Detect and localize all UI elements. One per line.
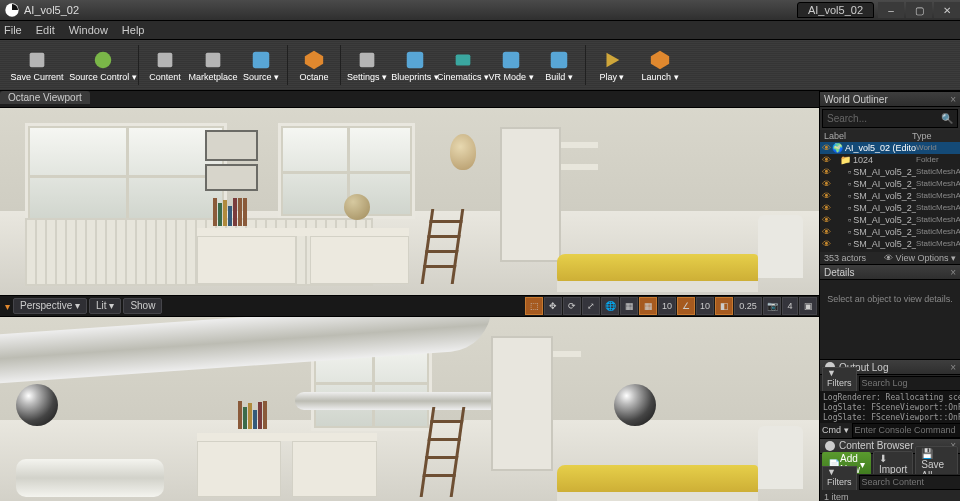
svg-rect-3 bbox=[158, 52, 173, 67]
svg-rect-7 bbox=[360, 52, 375, 67]
toolbar-content[interactable]: Content bbox=[142, 42, 188, 88]
log-search-input[interactable] bbox=[859, 376, 961, 391]
toolbar-source[interactable]: Source ▾ bbox=[238, 42, 284, 88]
camera-speed[interactable]: 📷 bbox=[763, 297, 781, 315]
svg-marker-6 bbox=[305, 50, 323, 68]
svg-marker-13 bbox=[651, 50, 669, 68]
toolbar-octane[interactable]: Octane bbox=[291, 42, 337, 88]
app-icon bbox=[4, 2, 20, 18]
content-filter-bar: ▼ Filters ▾ bbox=[820, 474, 960, 490]
close-icon[interactable]: × bbox=[950, 267, 956, 278]
surface-snap[interactable]: ▦ bbox=[620, 297, 638, 315]
view-mode-perspective[interactable]: Perspective ▾ bbox=[13, 298, 87, 314]
minimize-button[interactable]: – bbox=[878, 2, 904, 18]
toolbar-save[interactable]: Save Current bbox=[5, 42, 69, 88]
outliner-row[interactable]: 👁▫SM_AI_vol5_2_wallStaticMeshA bbox=[820, 202, 960, 214]
main-toolbar: Save CurrentSource Control ▾ContentMarke… bbox=[0, 40, 960, 91]
close-icon[interactable]: × bbox=[950, 362, 956, 373]
angle-snap-toggle[interactable]: ∠ bbox=[677, 297, 695, 315]
octane-viewport[interactable] bbox=[0, 108, 819, 295]
angle-snap-value[interactable]: 10 bbox=[696, 297, 714, 315]
toolbar-build[interactable]: Build ▾ bbox=[536, 42, 582, 88]
world-outliner-header[interactable]: World Outliner × bbox=[820, 91, 960, 107]
scale-snap-value[interactable]: 0.25 bbox=[734, 297, 762, 315]
toolbar-launch[interactable]: Launch ▾ bbox=[637, 42, 683, 88]
grid-snap-value[interactable]: 10 bbox=[658, 297, 676, 315]
svg-rect-5 bbox=[253, 51, 270, 68]
svg-rect-11 bbox=[551, 51, 568, 68]
search-icon: 🔍 bbox=[941, 113, 953, 124]
outliner-footer: 353 actors 👁 View Options ▾ bbox=[820, 252, 960, 264]
view-mode-lit[interactable]: Lit ▾ bbox=[89, 298, 121, 314]
viewport-maximize[interactable]: ▣ bbox=[799, 297, 817, 315]
toolbar-play[interactable]: Play ▾ bbox=[589, 42, 635, 88]
editor-viewport[interactable] bbox=[0, 317, 819, 501]
maximize-button[interactable]: ▢ bbox=[906, 2, 932, 18]
outliner-row[interactable]: 👁▫SM_AI_vol5_2_wallStaticMeshA bbox=[820, 238, 960, 250]
details-title: Details bbox=[824, 267, 855, 278]
details-body: Select an object to view details. bbox=[820, 280, 960, 359]
menu-file[interactable]: File bbox=[4, 24, 22, 36]
log-filter-bar: ▼ Filters ▾ bbox=[820, 375, 960, 391]
log-body[interactable]: LogRenderer: Reallocating scene renderLo… bbox=[820, 391, 960, 422]
transform-select[interactable]: ⬚ bbox=[525, 297, 543, 315]
toolbar-settings[interactable]: Settings ▾ bbox=[344, 42, 390, 88]
content-search-input[interactable] bbox=[859, 475, 961, 490]
world-outliner-title: World Outliner bbox=[824, 94, 888, 105]
coord-space[interactable]: 🌐 bbox=[601, 297, 619, 315]
outliner-row[interactable]: 👁▫SM_AI_vol5_2_baskStaticMeshA bbox=[820, 166, 960, 178]
editor-viewport-toolbar: ▾ Perspective ▾ Lit ▾ Show ⬚ ✥ ⟳ ⤢ 🌐 ▦ ▦… bbox=[0, 295, 819, 317]
viewport-options-icon[interactable]: ▾ bbox=[5, 301, 10, 312]
outliner-search[interactable]: Search... 🔍 bbox=[822, 109, 958, 127]
window-title: AI_vol5_02 bbox=[24, 4, 79, 16]
svg-rect-10 bbox=[503, 51, 520, 68]
outliner-columns: LabelType bbox=[820, 130, 960, 142]
show-flags[interactable]: Show bbox=[123, 298, 162, 314]
menu-window[interactable]: Window bbox=[69, 24, 108, 36]
svg-point-2 bbox=[95, 51, 112, 68]
svg-point-15 bbox=[825, 441, 835, 451]
svg-rect-9 bbox=[456, 54, 471, 65]
transform-rotate[interactable]: ⟳ bbox=[563, 297, 581, 315]
transform-translate[interactable]: ✥ bbox=[544, 297, 562, 315]
outliner-row[interactable]: 👁▫SM_AI_vol5_2_planStaticMeshA bbox=[820, 190, 960, 202]
console-input[interactable] bbox=[852, 423, 960, 438]
toolbar-blueprints[interactable]: Blueprints ▾ bbox=[392, 42, 438, 88]
window-tab[interactable]: AI_vol5_02 bbox=[797, 2, 874, 18]
octane-tab-bar: Octane Viewport bbox=[0, 91, 819, 108]
app-icon bbox=[824, 440, 836, 452]
camera-speed-value[interactable]: 4 bbox=[782, 297, 798, 315]
outliner-row[interactable]: 👁▫SM_AI_vol5_2_planStaticMeshA bbox=[820, 178, 960, 190]
svg-marker-12 bbox=[607, 52, 620, 67]
outliner-tree[interactable]: 👁🌍AI_vol5_02 (Editor)World👁📁1024Folder👁▫… bbox=[820, 142, 960, 252]
transform-scale[interactable]: ⤢ bbox=[582, 297, 600, 315]
toolbar-marketplace[interactable]: Marketplace bbox=[190, 42, 236, 88]
details-header[interactable]: Details × bbox=[820, 264, 960, 280]
outliner-row[interactable]: 👁▫SM_AI_vol5_2_wallStaticMeshA bbox=[820, 226, 960, 238]
close-icon[interactable]: × bbox=[950, 94, 956, 105]
toolbar-vrmode[interactable]: VR Mode ▾ bbox=[488, 42, 534, 88]
svg-rect-1 bbox=[30, 52, 45, 67]
content-footer: 1 item bbox=[820, 490, 960, 501]
outliner-row[interactable]: 👁▫SM_AI_vol5_2_wallStaticMeshA bbox=[820, 214, 960, 226]
octane-tab[interactable]: Octane Viewport bbox=[0, 91, 90, 104]
svg-rect-4 bbox=[206, 52, 221, 67]
outliner-row[interactable]: 👁🌍AI_vol5_02 (Editor)World bbox=[820, 142, 960, 154]
toolbar-cinematics[interactable]: Cinematics ▾ bbox=[440, 42, 486, 88]
toolbar-source-control[interactable]: Source Control ▾ bbox=[71, 42, 135, 88]
menu-edit[interactable]: Edit bbox=[36, 24, 55, 36]
scale-snap-toggle[interactable]: ◧ bbox=[715, 297, 733, 315]
menu-bar: File Edit Window Help bbox=[0, 21, 960, 40]
svg-rect-8 bbox=[407, 51, 424, 68]
outliner-row[interactable]: 👁📁1024Folder bbox=[820, 154, 960, 166]
grid-snap-toggle[interactable]: ▦ bbox=[639, 297, 657, 315]
close-button[interactable]: ✕ bbox=[934, 2, 960, 18]
title-bar: AI_vol5_02 AI_vol5_02 – ▢ ✕ bbox=[0, 0, 960, 21]
console-row: Cmd ▾ bbox=[820, 423, 960, 438]
menu-help[interactable]: Help bbox=[122, 24, 145, 36]
